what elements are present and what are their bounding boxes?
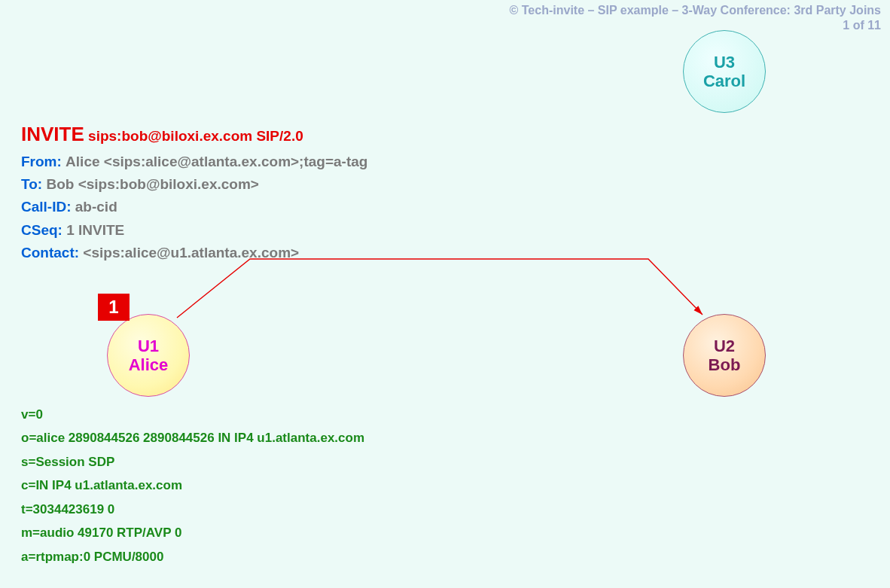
header-value-contact: <sips:alice@u1.atlanta.ex.com>	[83, 245, 299, 260]
page-indicator: 1 of 11	[510, 18, 881, 33]
node-u2-bob: U2 Bob	[683, 314, 766, 397]
step-badge: 1	[98, 294, 130, 321]
node-name: Alice	[129, 355, 169, 374]
header-name-cseq: CSeq	[21, 222, 58, 238]
node-id: U1	[138, 337, 159, 355]
sdp-v: v=0	[21, 403, 364, 426]
header-name-contact: Contact	[21, 245, 75, 260]
node-name: Bob	[709, 355, 741, 374]
header-value-call-id: ab-cid	[75, 199, 117, 215]
header-call-id: Call-ID: ab-cid	[21, 196, 367, 218]
sdp-a: a=rtpmap:0 PCMU/8000	[21, 545, 364, 568]
sip-message: INVITE sips:bob@biloxi.ex.com SIP/2.0 Fr…	[21, 119, 367, 265]
header-name-to: To	[21, 176, 38, 192]
node-id: U3	[714, 53, 735, 72]
header-contact: Contact: <sips:alice@u1.atlanta.ex.com>	[21, 242, 367, 264]
header-from: From: Alice <sips:alice@atlanta.ex.com>;…	[21, 151, 367, 173]
request-line: INVITE sips:bob@biloxi.ex.com SIP/2.0	[21, 119, 367, 151]
sdp-body: v=0 o=alice 2890844526 2890844526 IN IP4…	[21, 403, 364, 568]
step-number: 1	[108, 297, 118, 318]
header-value-cseq: 1 INVITE	[66, 222, 124, 238]
sdp-t: t=3034423619 0	[21, 498, 364, 521]
header-name-call-id: Call-ID	[21, 199, 66, 215]
sdp-s: s=Session SDP	[21, 450, 364, 474]
sip-method: INVITE	[21, 123, 84, 145]
node-u3-carol: U3 Carol	[683, 30, 766, 113]
sdp-o: o=alice 2890844526 2890844526 IN IP4 u1.…	[21, 426, 364, 449]
sdp-m: m=audio 49170 RTP/AVP 0	[21, 521, 364, 544]
copyright-text: © Tech-invite – SIP example – 3-Way Conf…	[510, 3, 881, 18]
request-uri: sips:bob@biloxi.ex.com SIP/2.0	[88, 128, 303, 144]
header-to: To: Bob <sips:bob@biloxi.ex.com>	[21, 173, 367, 196]
copyright-block: © Tech-invite – SIP example – 3-Way Conf…	[510, 3, 881, 33]
header-value-to: Bob <sips:bob@biloxi.ex.com>	[46, 176, 258, 192]
sdp-c: c=IN IP4 u1.atlanta.ex.com	[21, 474, 364, 497]
header-value-from: Alice <sips:alice@atlanta.ex.com>;tag=a-…	[66, 154, 367, 169]
node-u1-alice: U1 Alice	[107, 314, 190, 397]
diagram-stage: © Tech-invite – SIP example – 3-Way Conf…	[0, 0, 890, 588]
node-name: Carol	[703, 72, 745, 90]
header-cseq: CSeq: 1 INVITE	[21, 219, 367, 242]
header-name-from: From	[21, 154, 57, 169]
node-id: U2	[714, 337, 735, 355]
